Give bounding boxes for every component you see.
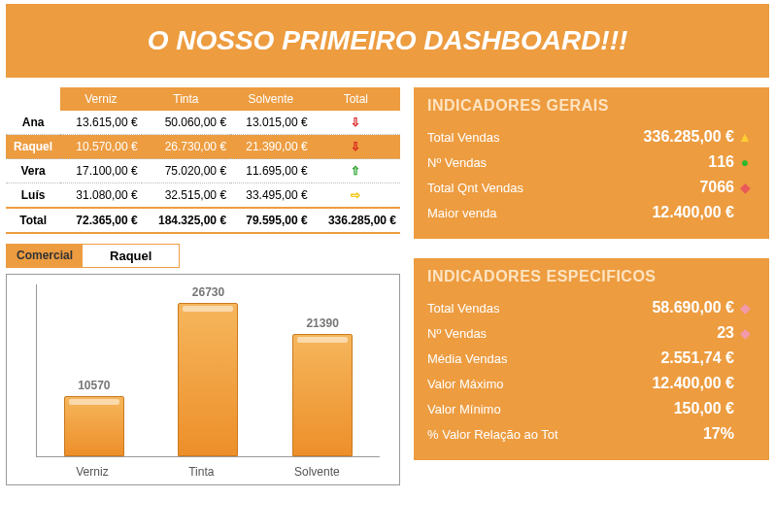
table-row[interactable]: Luís31.080,00 €32.515,00 €33.495,00 €⇨: [6, 183, 400, 209]
selector-label: Comercial: [7, 245, 83, 267]
row-solvente: 13.015,00 €: [230, 111, 312, 135]
indicator-row: Valor Mínimo150,00 €: [427, 396, 756, 421]
table-header: Verniz: [60, 87, 142, 111]
row-tinta: 26.730,00 €: [142, 135, 230, 159]
indicator-label: Total Vendas: [427, 130, 573, 145]
indicator-label: Valor Mínimo: [427, 402, 573, 416]
indicator-row: Total Qnt Vendas7066◆: [427, 175, 756, 200]
table-row[interactable]: Raquel10.570,00 €26.730,00 €21.390,00 €⇩: [6, 135, 400, 159]
general-indicators-title: INDICADORES GERAIS: [427, 97, 756, 115]
row-solvente: 33.495,00 €: [230, 183, 312, 209]
table-header: [6, 87, 60, 111]
indicator-value: 12.400,00 €: [573, 375, 734, 392]
table-row[interactable]: Ana13.615,00 €50.060,00 €13.015,00 €⇩: [6, 111, 400, 135]
indicator-row: Nº Vendas116●: [427, 150, 756, 175]
row-trend-icon: ⇩: [312, 111, 400, 135]
row-tinta: 50.060,00 €: [142, 111, 230, 135]
row-tinta: 75.020,00 €: [142, 159, 230, 183]
row-solvente: 11.695,00 €: [230, 159, 312, 183]
row-name: Raquel: [6, 135, 60, 159]
row-trend-icon: ⇧: [312, 159, 400, 183]
sales-chart: 105702673021390 VernizTintaSolvente: [6, 274, 400, 485]
indicator-shape-icon: ◆: [734, 180, 756, 195]
general-indicators-panel: INDICADORES GERAIS Total Vendas336.285,0…: [414, 87, 769, 239]
main-content: VernizTintaSolventeTotal Ana13.615,00 €5…: [0, 87, 775, 485]
comercial-selector[interactable]: Comercial Raquel: [6, 244, 180, 268]
indicator-value: 23: [573, 324, 734, 342]
indicator-value: 150,00 €: [573, 400, 734, 417]
indicator-row: Total Vendas336.285,00 €▲: [427, 124, 756, 150]
right-column: INDICADORES GERAIS Total Vendas336.285,0…: [414, 87, 769, 485]
chart-x-label: Solvente: [294, 465, 340, 479]
specific-indicators-panel: INDICADORES ESPECIFICOS Total Vendas58.6…: [414, 258, 769, 460]
page-title: O NOSSO PRIMEIRO DASHBOARD!!!: [6, 4, 769, 78]
indicator-label: Nº Vendas: [427, 155, 573, 170]
table-header: Solvente: [230, 87, 312, 111]
selector-value: Raquel: [83, 245, 179, 267]
indicator-shape-icon: ▲: [734, 129, 756, 145]
indicator-label: % Valor Relação ao Tot: [427, 427, 573, 442]
chart-bar: 10570: [38, 284, 151, 456]
left-column: VernizTintaSolventeTotal Ana13.615,00 €5…: [6, 87, 400, 485]
table-header: Total: [312, 87, 400, 111]
indicator-label: Média Vendas: [427, 351, 573, 366]
table-row[interactable]: Vera17.100,00 €75.020,00 €11.695,00 €⇧: [6, 159, 400, 183]
table-total-row: Total72.365,00 €184.325,00 €79.595,00 €3…: [6, 208, 400, 233]
chart-bar: 21390: [266, 284, 379, 456]
bar-value-label: 10570: [78, 379, 110, 392]
indicator-shape-icon: ◆: [734, 325, 756, 341]
row-verniz: 17.100,00 €: [60, 159, 142, 183]
row-tinta: 32.515,00 €: [142, 183, 230, 209]
row-verniz: 10.570,00 €: [60, 135, 142, 159]
indicator-value: 2.551,74 €: [573, 349, 734, 367]
indicator-row: Total Vendas58.690,00 €◆: [427, 295, 756, 320]
row-verniz: 31.080,00 €: [60, 183, 142, 209]
indicator-row: Valor Máximo12.400,00 €: [427, 371, 756, 396]
row-name: Vera: [6, 159, 60, 183]
indicator-shape-icon: ◆: [734, 300, 756, 316]
indicator-row: Maior venda12.400,00 €: [427, 200, 756, 225]
row-solvente: 21.390,00 €: [230, 135, 312, 159]
row-trend-icon: ⇩: [312, 135, 400, 159]
indicator-value: 116: [573, 153, 734, 171]
specific-indicators-title: INDICADORES ESPECIFICOS: [427, 268, 756, 285]
indicator-shape-icon: ●: [734, 154, 756, 170]
table-header: Tinta: [142, 87, 230, 111]
row-name: Ana: [6, 111, 60, 135]
row-trend-icon: ⇨: [312, 183, 400, 209]
indicator-row: % Valor Relação ao Tot17%: [427, 421, 756, 447]
chart-x-label: Tinta: [188, 465, 214, 479]
indicator-value: 17%: [573, 425, 734, 443]
indicator-label: Valor Máximo: [427, 377, 573, 391]
indicator-label: Total Qnt Vendas: [427, 181, 573, 195]
sales-table: VernizTintaSolventeTotal Ana13.615,00 €5…: [6, 87, 400, 234]
indicator-value: 336.285,00 €: [573, 128, 734, 146]
indicator-label: Maior venda: [427, 206, 573, 220]
row-name: Luís: [6, 183, 60, 209]
indicator-value: 58.690,00 €: [573, 299, 734, 316]
row-verniz: 13.615,00 €: [60, 111, 142, 135]
chart-x-label: Verniz: [76, 465, 108, 479]
bar-value-label: 21390: [306, 316, 338, 330]
indicator-row: Média Vendas2.551,74 €: [427, 346, 756, 371]
indicator-row: Nº Vendas23◆: [427, 320, 756, 346]
indicator-value: 7066: [573, 179, 734, 196]
chart-bar: 26730: [152, 284, 264, 456]
indicator-value: 12.400,00 €: [573, 204, 734, 221]
bar-value-label: 26730: [192, 285, 224, 299]
indicator-label: Total Vendas: [427, 301, 573, 316]
indicator-label: Nº Vendas: [427, 326, 573, 341]
